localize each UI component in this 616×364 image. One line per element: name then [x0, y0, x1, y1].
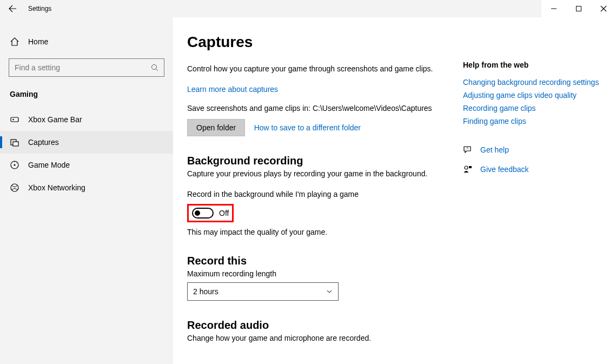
svg-point-2 [152, 65, 157, 70]
page-intro: Control how you capture your game throug… [187, 64, 458, 75]
bg-toggle-label: Record in the background while I'm playi… [187, 190, 458, 198]
search-box[interactable] [9, 58, 164, 77]
home-icon [10, 37, 19, 47]
svg-rect-1 [577, 6, 581, 11]
bg-toggle-highlight: Off [187, 204, 234, 222]
window-title: Settings [25, 5, 51, 12]
game-mode-icon [10, 160, 19, 170]
sidebar-item-label: Captures [28, 138, 59, 147]
max-length-label: Maximum recording length [187, 269, 458, 278]
svg-point-13 [11, 184, 18, 191]
close-button[interactable] [591, 0, 616, 17]
sidebar-home[interactable]: Home [0, 32, 173, 51]
bg-toggle-value: Off [219, 209, 229, 217]
back-button[interactable] [0, 0, 25, 17]
main-column: Captures Control how you capture your ga… [187, 34, 458, 364]
recorded-audio-heading: Recorded audio [187, 319, 458, 332]
back-arrow-icon [8, 4, 17, 13]
learn-more-link[interactable]: Learn more about captures [187, 85, 278, 94]
recorded-audio-desc: Change how your game and microphone are … [187, 334, 458, 342]
help-link-2[interactable]: Recording game clips [463, 104, 602, 112]
svg-point-15 [465, 166, 468, 169]
sidebar-item-xbox-networking[interactable]: Xbox Networking [0, 176, 173, 199]
svg-line-12 [17, 162, 18, 163]
chevron-down-icon [326, 288, 333, 295]
save-different-folder-link[interactable]: How to save to a different folder [254, 123, 361, 132]
svg-point-10 [14, 164, 16, 166]
open-folder-button[interactable]: Open folder [187, 119, 245, 136]
close-icon [600, 5, 607, 12]
give-feedback-row[interactable]: Give feedback [463, 164, 602, 174]
max-length-value: 2 hours [193, 287, 218, 296]
save-path-text: Save screenshots and game clips in: C:\U… [187, 104, 458, 112]
sidebar-item-captures[interactable]: Captures [0, 131, 173, 154]
page-title: Captures [187, 34, 458, 51]
help-link-3[interactable]: Finding game clips [463, 117, 602, 125]
svg-rect-4 [11, 117, 18, 122]
help-link-0[interactable]: Changing background recording settings [463, 78, 602, 87]
sidebar-home-label: Home [28, 37, 48, 46]
minimize-icon [551, 5, 557, 12]
svg-text:?: ? [466, 147, 468, 150]
captures-icon [10, 137, 19, 147]
minimize-button[interactable] [541, 0, 566, 17]
content: Captures Control how you capture your ga… [173, 17, 616, 364]
title-bar: Settings [0, 0, 616, 17]
help-web-heading: Help from the web [463, 61, 602, 69]
sidebar-item-xbox-game-bar[interactable]: Xbox Game Bar [0, 108, 173, 131]
bg-recording-heading: Background recording [187, 155, 458, 167]
record-this-heading: Record this [187, 255, 458, 267]
sidebar-item-label: Xbox Game Bar [28, 115, 82, 124]
give-feedback-link[interactable]: Give feedback [480, 165, 529, 174]
xbox-icon [10, 183, 19, 193]
help-chat-icon: ? [463, 145, 473, 155]
toggle-knob [195, 210, 200, 216]
aside-column: Help from the web Changing background re… [458, 34, 602, 364]
search-input[interactable] [15, 63, 139, 72]
svg-rect-8 [13, 142, 18, 146]
sidebar-item-label: Game Mode [28, 161, 70, 169]
maximize-icon [575, 5, 582, 12]
sidebar-item-label: Xbox Networking [28, 183, 85, 192]
bg-recording-note: This may impact the quality of your game… [187, 228, 458, 236]
get-help-link[interactable]: Get help [480, 145, 509, 154]
sidebar-item-game-mode[interactable]: Game Mode [0, 154, 173, 176]
bg-recording-toggle[interactable] [192, 208, 214, 219]
bg-recording-desc: Capture your previous plays by recording… [187, 169, 458, 178]
sidebar-category: Gaming [0, 90, 173, 108]
feedback-icon [463, 164, 473, 174]
maximize-button[interactable] [566, 0, 591, 17]
svg-line-3 [156, 69, 158, 71]
get-help-row[interactable]: ? Get help [463, 145, 602, 155]
search-icon [151, 64, 158, 71]
sidebar: Home Gaming Xbox Game Bar Captures Game … [0, 17, 173, 364]
game-bar-icon [10, 115, 19, 124]
max-length-select[interactable]: 2 hours [187, 282, 339, 301]
svg-rect-16 [469, 166, 472, 168]
help-link-1[interactable]: Adjusting game clips video quality [463, 91, 602, 100]
